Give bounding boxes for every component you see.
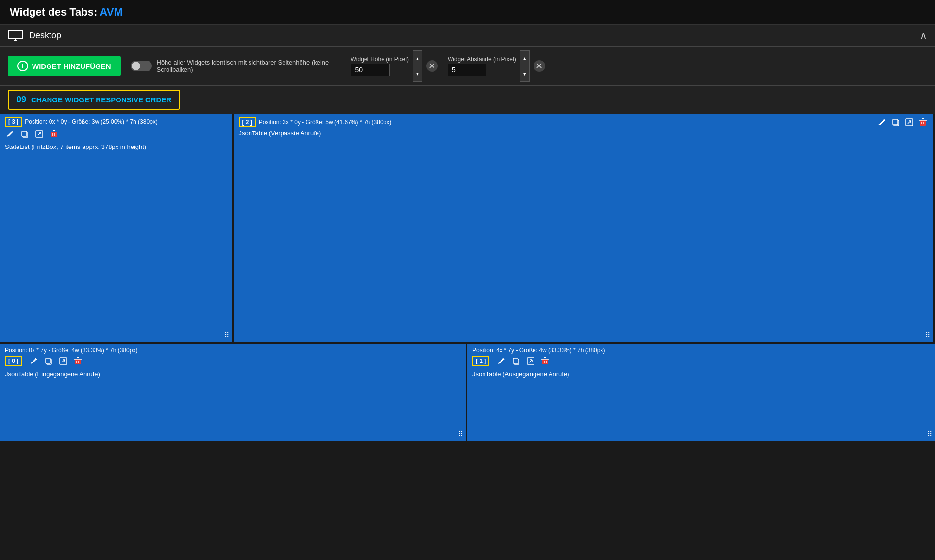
- widget-1-actions: [5, 129, 227, 139]
- widget-1: [ 3 ] Position: 0x * 0y - Größe: 3w (25.…: [0, 114, 234, 342]
- height-toggle[interactable]: [131, 61, 152, 71]
- widget-3-delete-button[interactable]: [72, 356, 83, 366]
- svg-rect-8: [893, 119, 898, 125]
- toolbar-left: Desktop: [8, 30, 61, 41]
- widget-4-copy-button[interactable]: [511, 356, 521, 366]
- widget-3-title: JsonTable (Eingegangene Anrufe): [5, 370, 461, 378]
- plus-icon: +: [17, 61, 28, 71]
- widget-2-title: JsonTable (Verpasste Anrufe): [239, 130, 929, 137]
- widget-2-controls: [877, 117, 928, 128]
- spacing-clear-button[interactable]: ✕: [534, 60, 545, 72]
- widget-1-title: StateList (FritzBox, 7 items apprx. 378p…: [5, 143, 227, 150]
- widget-4-actions: [ 1 ]: [472, 356, 930, 366]
- height-input[interactable]: [351, 64, 390, 76]
- widget-3-copy-button[interactable]: [43, 356, 54, 366]
- title-prefix: Widget des Tabs:: [10, 6, 97, 18]
- spacing-label: Widget Abstände (in Pixel): [448, 56, 516, 63]
- spacing-control: Widget Abstände (in Pixel) ▲ ▼ ✕: [448, 50, 545, 82]
- widget-3-position: Position: 0x * 7y - Größe: 4w (33.33%) *…: [5, 347, 461, 354]
- add-widget-button[interactable]: + WIDGET HINZUFÜGEN: [8, 56, 121, 76]
- widget-2-badge: [ 2 ]: [239, 117, 256, 127]
- widget-1-position: Position: 0x * 0y - Größe: 3w (25.00%) *…: [25, 118, 227, 125]
- widget-row-1: Position: 0x * 7y - Größe: 4w (33.33%) *…: [0, 344, 935, 441]
- widget-4-edit-button[interactable]: [496, 356, 507, 366]
- height-label: Widget Höhe (in Pixel): [351, 56, 409, 63]
- spacing-control-group: Widget Abstände (in Pixel): [448, 56, 516, 76]
- height-spin-up[interactable]: ▲: [413, 50, 422, 66]
- height-control: Widget Höhe (in Pixel) ▲ ▼ ✕: [351, 50, 438, 82]
- svg-rect-18: [542, 359, 548, 364]
- svg-rect-6: [51, 132, 57, 137]
- widget-2-copy-button[interactable]: [890, 117, 901, 128]
- toggle-container: Höhe aller Widgets identisch mit sichtba…: [131, 59, 341, 73]
- widget-3-resize[interactable]: ⠿: [458, 430, 463, 438]
- widget-2-edit-button[interactable]: [877, 117, 887, 128]
- widget-3-export-button[interactable]: [58, 356, 68, 366]
- widget-1-export-button[interactable]: [34, 129, 45, 139]
- order-icon: 09: [17, 95, 26, 105]
- widget-2-resize[interactable]: ⠿: [925, 331, 930, 339]
- widget-2-position: Position: 3x * 0y - Größe: 5w (41.67%) *…: [259, 119, 877, 126]
- change-order-button[interactable]: 09 CHANGE WIDGET RESPONSIVE ORDER: [8, 90, 180, 110]
- widget-area: [ 3 ] Position: 0x * 0y - Größe: 3w (25.…: [0, 114, 935, 441]
- widget-2-export-button[interactable]: [904, 117, 915, 128]
- widget-2-delete-button[interactable]: [918, 117, 928, 128]
- add-widget-label: WIDGET HINZUFÜGEN: [32, 62, 111, 70]
- widget-2-header: [ 2 ] Position: 3x * 0y - Größe: 5w (41.…: [239, 117, 929, 128]
- svg-rect-10: [920, 120, 926, 126]
- widget-3-badge: [ 0 ]: [5, 356, 22, 366]
- widget-1-edit-button[interactable]: [5, 129, 16, 139]
- toolbar: Desktop ∧: [0, 25, 935, 47]
- monitor-icon: [8, 30, 23, 41]
- widget-2: [ 2 ] Position: 3x * 0y - Größe: 5w (41.…: [234, 114, 934, 342]
- svg-rect-16: [513, 358, 518, 363]
- collapse-button[interactable]: ∧: [920, 30, 927, 41]
- svg-rect-0: [8, 30, 23, 39]
- widget-1-resize[interactable]: ⠿: [224, 331, 229, 339]
- widget-4-badge: [ 1 ]: [472, 356, 489, 366]
- widget-3-header: Position: 0x * 7y - Größe: 4w (33.33%) *…: [5, 347, 461, 354]
- widget-1-header: [ 3 ] Position: 0x * 0y - Größe: 3w (25.…: [5, 117, 227, 127]
- svg-rect-12: [46, 358, 50, 363]
- widget-4-delete-button[interactable]: [540, 356, 551, 366]
- widget-4-header: Position: 4x * 7y - Größe: 4w (33.33%) *…: [472, 347, 930, 354]
- widget-4-resize[interactable]: ⠿: [927, 430, 932, 438]
- widget-3: Position: 0x * 7y - Größe: 4w (33.33%) *…: [0, 344, 468, 441]
- widget-1-copy-button[interactable]: [19, 129, 30, 139]
- widget-3-edit-button[interactable]: [29, 356, 39, 366]
- widget-3-actions: [ 0 ]: [5, 356, 461, 366]
- widget-4: Position: 4x * 7y - Größe: 4w (33.33%) *…: [468, 344, 935, 441]
- svg-rect-14: [75, 359, 81, 364]
- height-clear-button[interactable]: ✕: [426, 60, 438, 72]
- height-spin-down[interactable]: ▼: [413, 66, 422, 82]
- widget-row-0: [ 3 ] Position: 0x * 0y - Größe: 3w (25.…: [0, 114, 935, 342]
- svg-rect-4: [22, 131, 27, 136]
- spacing-spin-down[interactable]: ▼: [520, 66, 530, 82]
- widget-1-badge: [ 3 ]: [5, 117, 22, 127]
- desktop-label: Desktop: [29, 31, 61, 41]
- app-title: Widget des Tabs: AVM: [10, 6, 925, 18]
- toggle-label: Höhe aller Widgets identisch mit sichtba…: [157, 59, 341, 73]
- widget-4-title: JsonTable (Ausgegangene Anrufe): [472, 370, 930, 378]
- change-order-label: CHANGE WIDGET RESPONSIVE ORDER: [31, 96, 171, 104]
- toolbar-right[interactable]: ∧: [920, 30, 927, 41]
- app-header: Widget des Tabs: AVM: [0, 0, 935, 25]
- control-bar: + WIDGET HINZUFÜGEN Höhe aller Widgets i…: [0, 47, 935, 86]
- widget-4-export-button[interactable]: [525, 356, 536, 366]
- title-name: AVM: [100, 6, 123, 18]
- widget-1-delete-button[interactable]: [49, 129, 59, 139]
- widget-4-position: Position: 4x * 7y - Größe: 4w (33.33%) *…: [472, 347, 930, 354]
- spacing-spin-up[interactable]: ▲: [520, 50, 530, 66]
- height-control-group: Widget Höhe (in Pixel): [351, 56, 409, 76]
- spacing-input[interactable]: [448, 64, 486, 76]
